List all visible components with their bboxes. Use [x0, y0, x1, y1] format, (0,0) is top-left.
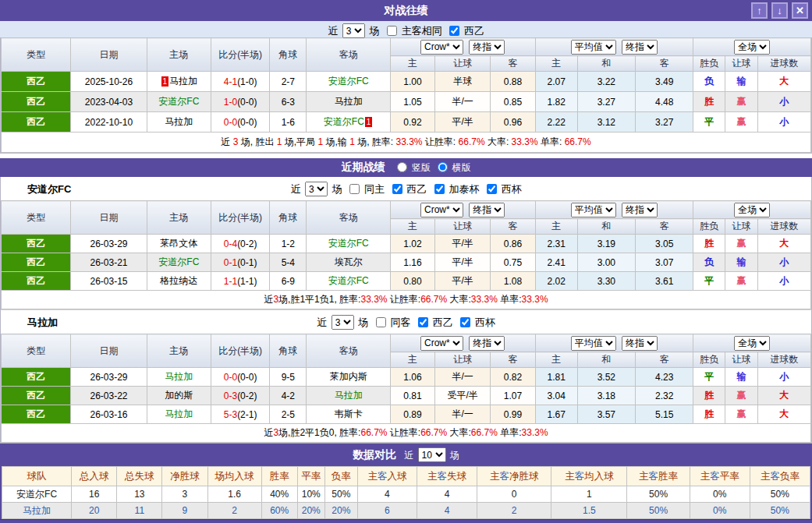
final-index-select-2[interactable]: 终指 — [622, 336, 658, 351]
home-team-cell: 安道尔FC — [147, 92, 211, 112]
avg-draw-cell: 3.12 — [577, 112, 635, 133]
h2h-titlebar: 对战往绩 ↑ ↓ ✕ — [0, 0, 812, 21]
vertical-layout-radio[interactable] — [397, 162, 407, 172]
move-down-button[interactable]: ↓ — [771, 2, 788, 19]
corner-cell: 6-3 — [270, 92, 307, 112]
horizontal-layout-radio[interactable] — [438, 162, 448, 172]
sub-col-draw-avg: 和 — [577, 56, 635, 72]
score-cell: 0-0(0-0) — [211, 112, 269, 133]
odds-handicap-cell: 半球 — [435, 72, 491, 92]
final-index-select[interactable]: 终指 — [469, 336, 505, 351]
sub-col-wdl: 胜负 — [693, 352, 725, 368]
league-type-cell: 西乙 — [2, 72, 71, 92]
summary-row: 近3场,胜2平1负0, 胜率:66.7% 让胜率:66.7% 大率:66.7% … — [2, 424, 811, 443]
h2h-filter-row: 近 3 场 主客相同 西乙 — [0, 21, 812, 37]
league-xiyi-checkbox[interactable] — [449, 26, 459, 36]
sub-col-handicap: 让球 — [435, 56, 491, 72]
malaga-near-count-select[interactable]: 3 — [332, 315, 354, 330]
odds-handicap-cell: 平/半 — [435, 112, 491, 133]
sub-col-home-odds: 主 — [390, 56, 434, 72]
close-button[interactable]: ✕ — [792, 2, 808, 19]
stat-cell: 20% — [297, 503, 324, 519]
goals-result-cell: 大 — [757, 72, 810, 92]
col-goals-per-game: 场均入球 — [207, 467, 261, 486]
avg-home-cell: 2.07 — [535, 72, 577, 92]
handicap-result-cell: 输 — [725, 72, 757, 92]
goals-result-cell: 小 — [757, 253, 810, 272]
h2h-summary: 近 3 场, 胜出 1 场,平局 1 场,输 1 场, 胜率: 33.3% 让胜… — [2, 133, 811, 153]
andorra-near-count-select[interactable]: 3 — [305, 182, 328, 196]
team-cell: 安道尔FC — [2, 486, 72, 503]
odds-home-cell: 0.81 — [390, 387, 434, 405]
result-group: 全场 — [693, 38, 811, 56]
same-away-label: 同客 — [391, 316, 411, 328]
average-select[interactable]: 平均值 — [571, 40, 616, 55]
corner-cell: 4-2 — [270, 387, 307, 405]
average-select[interactable]: 平均值 — [571, 203, 616, 217]
same-home-checkbox[interactable] — [349, 184, 360, 194]
full-match-select[interactable]: 全场 — [734, 40, 770, 55]
h2h-near-count-select[interactable]: 3 — [342, 23, 365, 38]
col-home: 主场 — [147, 201, 211, 235]
team-cell: 马拉加 — [2, 503, 72, 519]
copa-del-rey-checkbox[interactable] — [460, 317, 470, 327]
away-team-cell: 韦斯卡 — [307, 405, 390, 424]
avg-away-cell: 3.27 — [636, 112, 693, 133]
stat-cell: 50% — [324, 486, 357, 503]
col-corner: 角球 — [270, 334, 307, 368]
final-index-select[interactable]: 终指 — [469, 203, 505, 217]
final-index-select[interactable]: 终指 — [469, 40, 505, 55]
crow-select[interactable]: Crow* — [420, 336, 463, 351]
league-type-cell: 西乙 — [2, 405, 71, 424]
score-cell: 1-0(0-0) — [211, 92, 269, 112]
goals-result-cell: 大 — [757, 387, 810, 405]
home-team-cell: 马拉加 — [147, 405, 211, 424]
sub-col-home-avg: 主 — [535, 219, 577, 235]
same-home-away-checkbox[interactable] — [387, 26, 397, 36]
col-ha-win-rate: 主客胜率 — [627, 467, 690, 486]
home-team-cell: 马拉加 — [147, 112, 211, 133]
odds-home-cell: 1.02 — [390, 235, 434, 253]
copa-del-rey-checkbox[interactable] — [487, 184, 497, 194]
handicap-result-cell: 输 — [725, 253, 757, 272]
same-away-checkbox[interactable] — [376, 317, 386, 327]
andorra-team-label: 安道尔FC — [27, 182, 71, 196]
catalonia-cup-checkbox[interactable] — [434, 184, 445, 194]
table-row: 西乙 26-03-16 马拉加 5-3(2-1) 2-5 韦斯卡 0.89 半/… — [2, 405, 811, 424]
move-up-button[interactable]: ↑ — [751, 2, 768, 19]
games-label: 场 — [332, 183, 342, 195]
odds-away-cell: 0.86 — [491, 235, 535, 253]
malaga-team-label: 马拉加 — [27, 316, 58, 330]
wdl-result-cell: 胜 — [693, 387, 725, 405]
full-match-select[interactable]: 全场 — [734, 203, 770, 217]
crow-select[interactable]: Crow* — [420, 203, 463, 217]
avg-home-cell: 3.04 — [535, 387, 577, 405]
league-xiyi-checkbox[interactable] — [392, 184, 402, 194]
full-match-select[interactable]: 全场 — [734, 336, 770, 351]
league-xiyi-label: 西乙 — [464, 25, 484, 37]
col-corner: 角球 — [270, 201, 307, 235]
odds-away-cell: 1.08 — [491, 272, 535, 291]
final-index-select-2[interactable]: 终指 — [622, 40, 658, 55]
same-home-label: 同主 — [364, 183, 385, 195]
odds-handicap-cell: 平/半 — [435, 253, 491, 272]
crow-select[interactable]: Crow* — [420, 40, 463, 55]
odds-handicap-cell: 受平/半 — [435, 387, 491, 405]
corner-cell: 2-7 — [270, 72, 307, 92]
summary-row: 近3场,胜1平1负1, 胜率:33.3% 让胜率:66.7% 大率:33.3% … — [2, 291, 811, 309]
table-row: 西乙 26-03-22 加的斯 0-3(0-2) 4-2 马拉加 0.81 受平… — [2, 387, 811, 405]
avg-away-cell: 3.05 — [636, 235, 693, 253]
games-label: 场 — [358, 316, 368, 328]
stat-cell: 20% — [324, 503, 357, 519]
stat-cell: 6 — [357, 503, 417, 519]
league-xiyi-checkbox[interactable] — [418, 317, 428, 327]
final-index-select-2[interactable]: 终指 — [622, 203, 658, 217]
col-score: 比分(半场) — [211, 38, 269, 72]
table-row: 西乙 26-03-29 马拉加 0-0(0-0) 9-5 莱加内斯 1.06 半… — [2, 368, 811, 387]
corner-cell: 6-9 — [270, 272, 307, 291]
average-select[interactable]: 平均值 — [571, 336, 616, 351]
col-home: 主场 — [147, 38, 211, 72]
compare-near-count-select[interactable]: 10 — [418, 447, 446, 462]
odds-group-2: 平均值 终指 — [535, 201, 693, 219]
odds-away-cell: 0.88 — [491, 72, 535, 92]
